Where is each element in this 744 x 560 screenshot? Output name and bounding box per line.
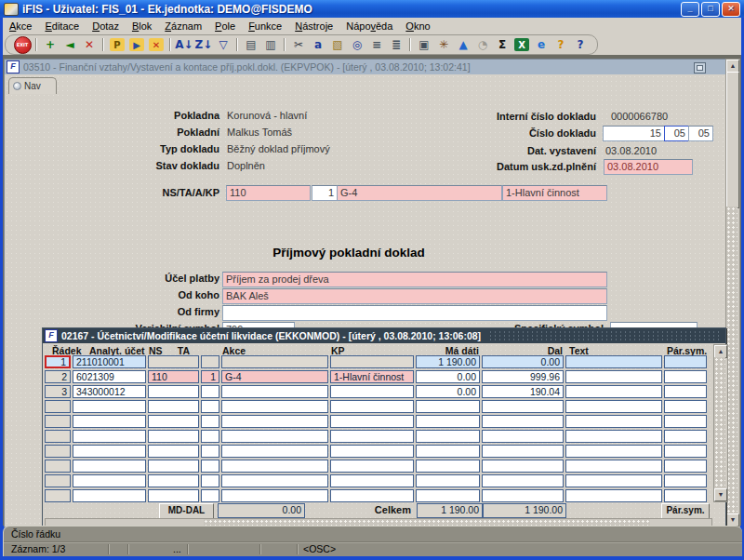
cell-akce-row3[interactable]	[221, 385, 328, 398]
cell-analyt-row6[interactable]	[73, 430, 146, 443]
cell-md-row2[interactable]: 0.00	[416, 370, 480, 383]
cell-text-row4[interactable]	[565, 400, 662, 413]
form-window-titlebar[interactable]: F 03510 - Finanční vztahy/Vystavení a ko…	[5, 60, 726, 74]
cell-ta-row8[interactable]	[201, 460, 219, 473]
cell-text-row7[interactable]	[565, 445, 662, 458]
menu-item-akce[interactable]: Akce	[3, 19, 38, 33]
cell-radek-row7[interactable]	[45, 445, 71, 458]
menu-item-záznam[interactable]: Záznam	[158, 19, 208, 33]
menu-item-pole[interactable]: Pole	[208, 19, 242, 33]
scroll-up-icon[interactable]: ▲	[726, 60, 739, 73]
cell-ns-row7[interactable]	[148, 445, 199, 458]
maximize-button[interactable]: □	[701, 2, 720, 17]
scrollbar-thumb[interactable]	[726, 72, 739, 208]
cell-radek-row9[interactable]	[45, 474, 71, 487]
menu-item-blok[interactable]: Blok	[126, 19, 158, 33]
cell-dal-row5[interactable]	[482, 415, 564, 428]
cell-md-row10[interactable]	[416, 489, 480, 502]
cell-md-row6[interactable]	[416, 430, 480, 443]
cell-akce-row1[interactable]	[221, 355, 328, 368]
cell-akce-row4[interactable]	[221, 400, 328, 413]
ns-field[interactable]: 110	[226, 185, 311, 201]
datum-plneni-field[interactable]: 03.08.2010	[604, 159, 693, 175]
menu-item-nástroje[interactable]: Nástroje	[288, 19, 339, 33]
cell-parsym-row10[interactable]	[664, 489, 707, 502]
cell-dal-row6[interactable]	[482, 430, 564, 443]
menu-item-editace[interactable]: Editace	[38, 19, 86, 33]
cell-analyt-row2[interactable]: 6021309	[73, 370, 146, 383]
cell-parsym-row4[interactable]	[664, 400, 707, 413]
cell-text-row1[interactable]	[565, 355, 662, 368]
cell-dal-row9[interactable]	[482, 474, 564, 487]
table-vertical-scrollbar[interactable]: ▲ ▼	[713, 344, 728, 502]
cell-kp-row5[interactable]	[330, 415, 414, 428]
list-of-values-icon[interactable]: ≡	[367, 36, 386, 53]
scrollbar-thumb[interactable]	[204, 519, 650, 526]
cell-radek-row3[interactable]: 3	[45, 385, 71, 398]
cell-analyt-row8[interactable]	[73, 460, 146, 473]
cell-kp-row2[interactable]: 1-Hlavní činnost	[330, 370, 414, 383]
cell-ta-row5[interactable]	[201, 415, 219, 428]
cell-radek-row6[interactable]	[45, 430, 71, 443]
cell-ta-row2[interactable]: 1	[201, 370, 219, 383]
sort-ascending-icon[interactable]: A↓	[175, 36, 193, 53]
cut-icon[interactable]: ✂	[289, 36, 308, 53]
cell-text-row10[interactable]	[565, 489, 662, 502]
delete-record-icon[interactable]: ✕	[80, 36, 99, 53]
browser-icon[interactable]: e	[532, 36, 551, 53]
cell-parsym-row9[interactable]	[664, 474, 707, 487]
cell-md-row5[interactable]	[416, 415, 480, 428]
cell-text-row8[interactable]	[565, 460, 662, 473]
cell-kp-row6[interactable]	[330, 430, 414, 443]
menu-item-nápověda[interactable]: Nápověda	[339, 19, 399, 33]
cell-analyt-row1[interactable]: 211010001	[73, 355, 146, 368]
cell-md-row8[interactable]	[416, 460, 480, 473]
cell-akce-row8[interactable]	[221, 460, 328, 473]
cell-md-row1[interactable]: 1 190.00	[416, 355, 480, 368]
cell-kp-row4[interactable]	[330, 400, 414, 413]
cell-radek-row2[interactable]: 2	[45, 370, 71, 383]
cell-text-row2[interactable]	[565, 370, 662, 383]
cell-ta-row7[interactable]	[201, 445, 219, 458]
menu-item-dotaz[interactable]: Dotaz	[86, 19, 126, 33]
cell-kp-row8[interactable]	[330, 460, 414, 473]
cell-parsym-row7[interactable]	[664, 445, 707, 458]
cell-analyt-row10[interactable]	[73, 489, 146, 502]
cell-radek-row4[interactable]	[45, 400, 71, 413]
copy-icon[interactable]: a	[309, 36, 327, 53]
cell-kp-row9[interactable]	[330, 474, 414, 487]
help-icon[interactable]: ?	[571, 36, 590, 53]
cell-analyt-row3[interactable]: 343000012	[73, 385, 146, 398]
cell-parsym-row8[interactable]	[664, 460, 707, 473]
md-dal-button[interactable]: MD-DAL	[159, 503, 214, 519]
print-icon[interactable]: ▤	[242, 36, 260, 53]
cell-md-row9[interactable]	[416, 474, 480, 487]
sum-icon[interactable]: Σ	[493, 36, 512, 53]
cell-analyt-row7[interactable]	[73, 445, 146, 458]
cell-dal-row4[interactable]	[482, 400, 564, 413]
paste-icon[interactable]: ▧	[328, 36, 347, 53]
duplicate-record-icon[interactable]: ◄	[60, 36, 79, 53]
cell-radek-row10[interactable]	[45, 489, 71, 502]
cell-ns-row5[interactable]	[148, 415, 199, 428]
payment-field[interactable]: BAK Aleš	[222, 288, 607, 304]
cell-kp-row10[interactable]	[330, 489, 414, 502]
execute-query-icon[interactable]: ▶	[127, 36, 146, 53]
cell-ns-row8[interactable]	[148, 460, 199, 473]
cell-akce-row5[interactable]	[221, 415, 328, 428]
cell-akce-row2[interactable]: G-4	[221, 370, 328, 383]
exit-icon[interactable]: EXIT	[13, 36, 32, 53]
cell-radek-row5[interactable]	[45, 415, 71, 428]
ta-field[interactable]: 1	[312, 185, 338, 201]
filter-icon[interactable]: ▽	[214, 36, 232, 53]
sort-descending-icon[interactable]: Z↓	[194, 36, 213, 53]
menu-item-funkce[interactable]: Funkce	[242, 19, 288, 33]
cell-dal-row3[interactable]: 190.04	[482, 385, 564, 398]
cell-md-row4[interactable]	[416, 400, 480, 413]
cell-ta-row1[interactable]	[201, 355, 219, 368]
overlay-titlebar[interactable]: F 02167 - Účetnictví/Modifikace účetní l…	[43, 328, 725, 343]
payment-field[interactable]	[222, 305, 607, 321]
print-preview-icon[interactable]: ▥	[261, 36, 280, 53]
insert-record-icon[interactable]: +	[41, 36, 60, 53]
cell-ns-row10[interactable]	[148, 489, 199, 502]
